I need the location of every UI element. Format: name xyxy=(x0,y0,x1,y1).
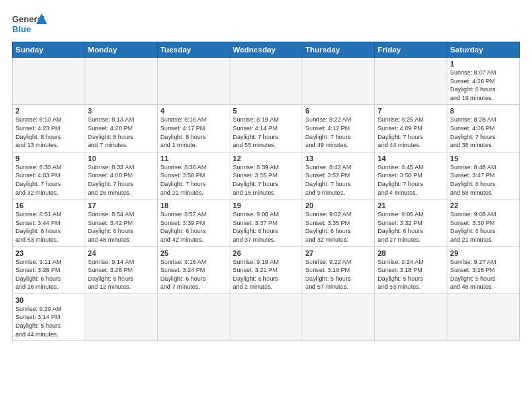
calendar-day-cell: 30Sunrise: 9:29 AM Sunset: 3:14 PM Dayli… xyxy=(13,293,85,340)
day-info: Sunrise: 8:33 AM Sunset: 4:00 PM Dayligh… xyxy=(88,163,154,197)
calendar-day-cell: 7Sunrise: 8:25 AM Sunset: 4:09 PM Daylig… xyxy=(375,105,447,152)
calendar-day-cell: 29Sunrise: 9:27 AM Sunset: 3:16 PM Dayli… xyxy=(447,246,520,293)
day-number: 23 xyxy=(15,249,82,257)
day-number: 6 xyxy=(305,107,371,115)
day-number: 17 xyxy=(88,201,154,210)
day-info: Sunrise: 8:42 AM Sunset: 3:52 PM Dayligh… xyxy=(305,163,371,197)
day-info: Sunrise: 9:00 AM Sunset: 3:37 PM Dayligh… xyxy=(233,210,300,244)
weekday-header-saturday: Saturday xyxy=(447,42,520,58)
calendar-week-row: 1Sunrise: 8:07 AM Sunset: 4:26 PM Daylig… xyxy=(13,58,520,105)
day-number: 12 xyxy=(233,154,300,163)
calendar-day-cell xyxy=(375,58,447,105)
day-number: 25 xyxy=(161,249,227,257)
calendar-day-cell: 13Sunrise: 8:42 AM Sunset: 3:52 PM Dayli… xyxy=(302,152,375,199)
calendar-day-cell xyxy=(85,58,157,105)
calendar-day-cell: 16Sunrise: 8:51 AM Sunset: 3:44 PM Dayli… xyxy=(13,199,85,246)
day-number: 14 xyxy=(378,154,444,163)
day-number: 9 xyxy=(15,154,82,163)
day-number: 18 xyxy=(161,201,227,210)
header: General Blue xyxy=(12,12,520,36)
day-info: Sunrise: 9:16 AM Sunset: 3:24 PM Dayligh… xyxy=(161,258,227,291)
weekday-header-sunday: Sunday xyxy=(13,42,85,58)
day-number: 15 xyxy=(450,154,517,163)
day-number: 1 xyxy=(450,60,517,68)
weekday-header-wednesday: Wednesday xyxy=(230,42,302,58)
day-number: 30 xyxy=(15,296,82,304)
calendar-day-cell: 9Sunrise: 8:30 AM Sunset: 4:03 PM Daylig… xyxy=(13,152,85,199)
day-number: 16 xyxy=(15,201,82,210)
calendar-day-cell: 6Sunrise: 8:22 AM Sunset: 4:12 PM Daylig… xyxy=(302,105,375,152)
calendar-day-cell xyxy=(302,293,375,340)
weekday-header-monday: Monday xyxy=(85,42,157,58)
day-info: Sunrise: 9:02 AM Sunset: 3:35 PM Dayligh… xyxy=(305,210,371,244)
calendar-day-cell: 11Sunrise: 8:36 AM Sunset: 3:58 PM Dayli… xyxy=(157,152,230,199)
calendar-day-cell: 12Sunrise: 8:39 AM Sunset: 3:55 PM Dayli… xyxy=(230,152,302,199)
day-number: 7 xyxy=(378,107,444,115)
svg-text:Blue: Blue xyxy=(12,24,31,34)
generalblue-logo-icon: General Blue xyxy=(12,12,47,36)
calendar-day-cell xyxy=(85,293,157,340)
day-number: 5 xyxy=(233,107,300,115)
day-info: Sunrise: 9:05 AM Sunset: 3:32 PM Dayligh… xyxy=(378,210,444,244)
day-info: Sunrise: 8:16 AM Sunset: 4:17 PM Dayligh… xyxy=(161,116,227,149)
calendar-day-cell: 15Sunrise: 8:48 AM Sunset: 3:47 PM Dayli… xyxy=(447,152,520,199)
calendar-day-cell xyxy=(447,293,520,340)
day-info: Sunrise: 8:22 AM Sunset: 4:12 PM Dayligh… xyxy=(305,116,371,149)
calendar-day-cell xyxy=(230,58,302,105)
calendar-day-cell xyxy=(13,58,85,105)
day-info: Sunrise: 8:10 AM Sunset: 4:23 PM Dayligh… xyxy=(15,116,82,149)
day-info: Sunrise: 8:13 AM Sunset: 4:20 PM Dayligh… xyxy=(88,116,154,149)
day-number: 8 xyxy=(450,107,517,115)
calendar-day-cell: 5Sunrise: 8:19 AM Sunset: 4:14 PM Daylig… xyxy=(230,105,302,152)
day-info: Sunrise: 8:51 AM Sunset: 3:44 PM Dayligh… xyxy=(15,210,82,244)
day-info: Sunrise: 8:30 AM Sunset: 4:03 PM Dayligh… xyxy=(15,163,82,197)
day-number: 19 xyxy=(233,201,300,210)
day-info: Sunrise: 9:11 AM Sunset: 3:28 PM Dayligh… xyxy=(15,258,82,291)
calendar-day-cell: 3Sunrise: 8:13 AM Sunset: 4:20 PM Daylig… xyxy=(85,105,157,152)
calendar-day-cell: 18Sunrise: 8:57 AM Sunset: 3:39 PM Dayli… xyxy=(157,199,230,246)
day-info: Sunrise: 9:08 AM Sunset: 3:30 PM Dayligh… xyxy=(450,210,517,244)
day-number: 26 xyxy=(233,249,300,257)
day-info: Sunrise: 9:22 AM Sunset: 3:19 PM Dayligh… xyxy=(305,258,371,291)
calendar-day-cell xyxy=(157,293,230,340)
day-number: 20 xyxy=(305,201,371,210)
calendar-day-cell: 28Sunrise: 9:24 AM Sunset: 3:18 PM Dayli… xyxy=(375,246,447,293)
calendar-day-cell: 26Sunrise: 9:19 AM Sunset: 3:21 PM Dayli… xyxy=(230,246,302,293)
calendar-week-row: 23Sunrise: 9:11 AM Sunset: 3:28 PM Dayli… xyxy=(13,246,520,293)
day-info: Sunrise: 9:24 AM Sunset: 3:18 PM Dayligh… xyxy=(378,258,444,291)
calendar-day-cell xyxy=(230,293,302,340)
calendar-day-cell xyxy=(302,58,375,105)
calendar-day-cell: 17Sunrise: 8:54 AM Sunset: 3:42 PM Dayli… xyxy=(85,199,157,246)
day-info: Sunrise: 8:28 AM Sunset: 4:06 PM Dayligh… xyxy=(450,116,517,149)
day-info: Sunrise: 8:48 AM Sunset: 3:47 PM Dayligh… xyxy=(450,163,517,197)
calendar-day-cell: 14Sunrise: 8:45 AM Sunset: 3:50 PM Dayli… xyxy=(375,152,447,199)
day-number: 29 xyxy=(450,249,517,257)
day-info: Sunrise: 8:54 AM Sunset: 3:42 PM Dayligh… xyxy=(88,210,154,244)
calendar-day-cell: 25Sunrise: 9:16 AM Sunset: 3:24 PM Dayli… xyxy=(157,246,230,293)
day-info: Sunrise: 8:45 AM Sunset: 3:50 PM Dayligh… xyxy=(378,163,444,197)
day-info: Sunrise: 8:19 AM Sunset: 4:14 PM Dayligh… xyxy=(233,116,300,149)
day-info: Sunrise: 9:29 AM Sunset: 3:14 PM Dayligh… xyxy=(15,305,82,338)
logo: General Blue xyxy=(12,12,47,36)
day-info: Sunrise: 8:36 AM Sunset: 3:58 PM Dayligh… xyxy=(161,163,227,197)
calendar-day-cell: 4Sunrise: 8:16 AM Sunset: 4:17 PM Daylig… xyxy=(157,105,230,152)
calendar-day-cell: 24Sunrise: 9:14 AM Sunset: 3:26 PM Dayli… xyxy=(85,246,157,293)
day-info: Sunrise: 9:27 AM Sunset: 3:16 PM Dayligh… xyxy=(450,258,517,291)
day-number: 11 xyxy=(161,154,227,163)
weekday-header-tuesday: Tuesday xyxy=(157,42,230,58)
weekday-header-thursday: Thursday xyxy=(302,42,375,58)
day-number: 2 xyxy=(15,107,82,115)
calendar-week-row: 9Sunrise: 8:30 AM Sunset: 4:03 PM Daylig… xyxy=(13,152,520,199)
calendar-day-cell: 27Sunrise: 9:22 AM Sunset: 3:19 PM Dayli… xyxy=(302,246,375,293)
day-info: Sunrise: 8:57 AM Sunset: 3:39 PM Dayligh… xyxy=(161,210,227,244)
calendar-week-row: 30Sunrise: 9:29 AM Sunset: 3:14 PM Dayli… xyxy=(13,293,520,340)
calendar-week-row: 2Sunrise: 8:10 AM Sunset: 4:23 PM Daylig… xyxy=(13,105,520,152)
day-info: Sunrise: 9:14 AM Sunset: 3:26 PM Dayligh… xyxy=(88,258,154,291)
calendar-day-cell: 8Sunrise: 8:28 AM Sunset: 4:06 PM Daylig… xyxy=(447,105,520,152)
calendar-day-cell: 21Sunrise: 9:05 AM Sunset: 3:32 PM Dayli… xyxy=(375,199,447,246)
calendar-day-cell: 20Sunrise: 9:02 AM Sunset: 3:35 PM Dayli… xyxy=(302,199,375,246)
day-number: 24 xyxy=(88,249,154,257)
day-number: 3 xyxy=(88,107,154,115)
day-info: Sunrise: 9:19 AM Sunset: 3:21 PM Dayligh… xyxy=(233,258,300,291)
day-number: 21 xyxy=(378,201,444,210)
